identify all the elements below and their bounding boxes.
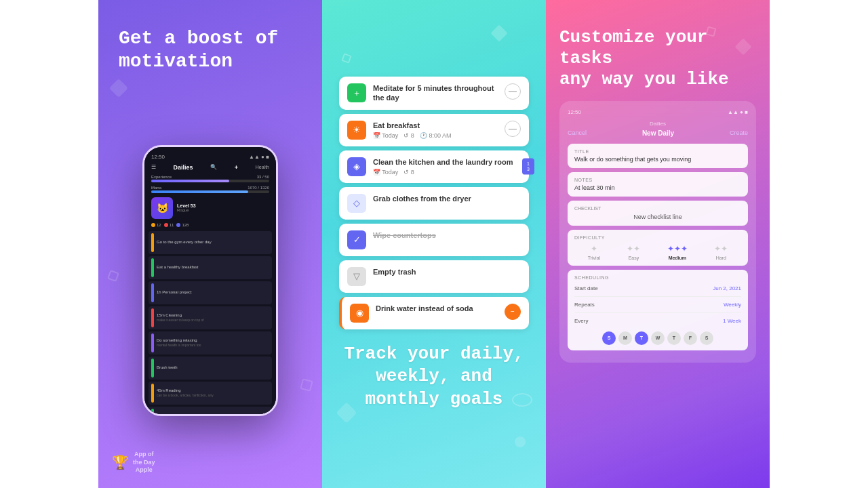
task-text-group: Brush teeth xyxy=(157,365,178,371)
deco2-circle xyxy=(515,436,526,447)
apple-label: Apple xyxy=(133,466,155,474)
form-phone: 12:50 ▲▲ ● ■ Dailies Cancel New Daily Cr… xyxy=(559,101,756,363)
app-of-day-badge: 🏆 App of the Day Apple xyxy=(112,451,155,474)
task-card-title: Empty trash xyxy=(373,267,521,277)
task-item: Brush teeth xyxy=(149,357,272,380)
mana-label-text: Mana xyxy=(151,186,161,190)
checklist-new-line[interactable]: New checklist line xyxy=(574,214,741,220)
meta-count: ↺ 8 xyxy=(403,169,414,176)
day-circle[interactable]: F xyxy=(684,331,697,345)
task-action-button[interactable]: — xyxy=(505,121,521,137)
task-color xyxy=(151,308,154,327)
task-body: Eat breakfast 📅 Today ↺ 8 🕐 8:00 AM xyxy=(373,121,498,139)
task-cards: + Meditate for 5 minutes throughout the … xyxy=(339,77,529,329)
task-title: Eat a healthy breakfast xyxy=(157,265,198,270)
day-circle[interactable]: T xyxy=(667,331,681,345)
deco-shape-2 xyxy=(107,270,119,282)
meta-time: 🕐 8:00 AM xyxy=(420,132,452,139)
showcase-container: Get a boost of motivation 12:50 ▲▲ ● ■ ☰… xyxy=(0,0,868,488)
task-text-group: 15m Cleaning make it easier to keep on t… xyxy=(157,313,204,323)
days-row: SMTWTFS xyxy=(574,331,741,345)
task-title: Do something relaxing xyxy=(157,338,201,344)
deco-shape-3 xyxy=(300,378,313,392)
task-action-button[interactable]: — xyxy=(505,83,521,100)
panel-motivation: Get a boost of motivation 12:50 ▲▲ ● ■ ☰… xyxy=(98,0,322,488)
scheduling-section: SCHEDULING Start date Jun 2, 2021 Repeat… xyxy=(568,270,748,350)
task-card[interactable]: ☀ Eat breakfast 📅 Today ↺ 8 🕐 8:00 AM — xyxy=(339,114,529,146)
avatar-info: Level 53 Rogue xyxy=(177,203,269,212)
task-color xyxy=(151,384,154,403)
start-date-value[interactable]: Jun 2, 2021 xyxy=(713,285,741,291)
task-color xyxy=(151,359,154,378)
diff-icon: ✦ xyxy=(591,244,597,253)
create-button[interactable]: Create xyxy=(730,129,748,136)
deco2-shape-left xyxy=(341,53,351,63)
difficulty-item[interactable]: ✦ Trivial xyxy=(588,244,600,260)
task-text-group: Create a piece of art even if it is just… xyxy=(157,413,210,416)
notes-field-value[interactable]: At least 30 min xyxy=(574,184,741,191)
day-circle[interactable]: M xyxy=(618,331,632,345)
day-circle[interactable]: T xyxy=(635,331,648,345)
difficulty-item[interactable]: ✦✦ Hard xyxy=(714,244,728,260)
panel3-headline: Customize your tasks any way you like xyxy=(559,27,756,91)
avatar: 🐱 xyxy=(151,197,173,219)
difficulty-section: DIFFICULTY ✦ Trivial ✦✦ Easy ✦✦✦ Medium … xyxy=(568,230,748,266)
difficulty-item[interactable]: ✦✦✦ Medium xyxy=(667,244,688,260)
cancel-button[interactable]: Cancel xyxy=(568,129,587,136)
phone1-icons: ▲▲ ● ■ xyxy=(249,154,269,160)
every-label: Every xyxy=(574,318,588,324)
panel-customize: Customize your tasks any way you like 12… xyxy=(546,0,770,488)
task-body: Clean the kitchen and the laundry room 📅… xyxy=(373,157,521,176)
repeats-row: Repeats Weekly xyxy=(574,298,741,311)
notes-field-label: Notes xyxy=(574,178,741,182)
phone1-container: 12:50 ▲▲ ● ■ ☰ Dailies 🔍 + Health Experi… xyxy=(119,93,302,468)
task-body: Empty trash xyxy=(373,267,521,277)
task-color xyxy=(151,333,154,352)
task-color xyxy=(151,233,154,252)
xp-value: 33 / 50 xyxy=(257,175,269,179)
task-minus-button[interactable]: − xyxy=(505,304,521,320)
notes-section: Notes At least 30 min xyxy=(568,172,748,197)
mana-fill xyxy=(151,190,248,193)
form-divider-1 xyxy=(574,296,741,297)
panel1-headline: Get a boost of motivation xyxy=(119,27,302,73)
phone1-header: ☰ Dailies 🔍 + Health xyxy=(144,161,276,174)
task-text-group: 45m Reading can be a book, articles, fan… xyxy=(157,388,214,398)
title-field-value[interactable]: Walk or do something that gets you movin… xyxy=(574,156,741,163)
task-body: Drink water instead of soda xyxy=(376,304,498,313)
mana-bar: Mana 1070 / 1320 xyxy=(144,184,276,195)
stat-item-1: 12 xyxy=(151,223,161,227)
start-date-label: Start date xyxy=(574,285,598,291)
phone1-time: 12:50 xyxy=(151,154,165,160)
task-card[interactable]: + Meditate for 5 minutes throughout the … xyxy=(339,77,529,110)
day-circle[interactable]: S xyxy=(602,331,616,345)
phone1-screen-title: Dailies xyxy=(174,164,193,171)
task-title: Brush teeth xyxy=(157,365,178,371)
task-icon: ◈ xyxy=(347,157,366,176)
task-icon: ☀ xyxy=(347,121,366,140)
app-of-day-text: App of the Day xyxy=(133,451,155,466)
repeats-value[interactable]: Weekly xyxy=(724,302,741,308)
title-section: Title Walk or do something that gets you… xyxy=(568,144,748,168)
day-circle[interactable]: S xyxy=(700,331,713,345)
task-card[interactable]: ◈ Clean the kitchen and the laundry room… xyxy=(339,150,529,183)
task-card[interactable]: ✓ Wipe countertops xyxy=(339,224,529,256)
task-body: Grab clothes from the dryer xyxy=(373,194,521,203)
meta-today: 📅 Today xyxy=(373,169,398,176)
difficulty-item[interactable]: ✦✦ Easy xyxy=(627,244,640,260)
stat-value-2: 11 xyxy=(170,223,174,227)
task-color xyxy=(151,409,154,416)
task-icon: ✓ xyxy=(347,230,366,249)
diff-label: Easy xyxy=(629,256,639,260)
every-value[interactable]: 1 Week xyxy=(723,318,741,324)
xp-bar: Experience 33 / 50 xyxy=(144,174,276,184)
stat-value-1: 12 xyxy=(157,223,161,227)
task-sub: can be a book, articles, fanfiction, any xyxy=(157,393,214,397)
avatar-class: Rogue xyxy=(177,208,269,212)
day-circle[interactable]: W xyxy=(651,331,665,345)
stat-dot-3 xyxy=(176,223,180,227)
task-item: Eat a healthy breakfast xyxy=(149,256,272,279)
task-card[interactable]: ◇ Grab clothes from the dryer xyxy=(339,187,529,220)
task-card[interactable]: ◉ Drink water instead of soda − xyxy=(339,297,529,329)
task-card[interactable]: ▽ Empty trash xyxy=(339,260,529,293)
